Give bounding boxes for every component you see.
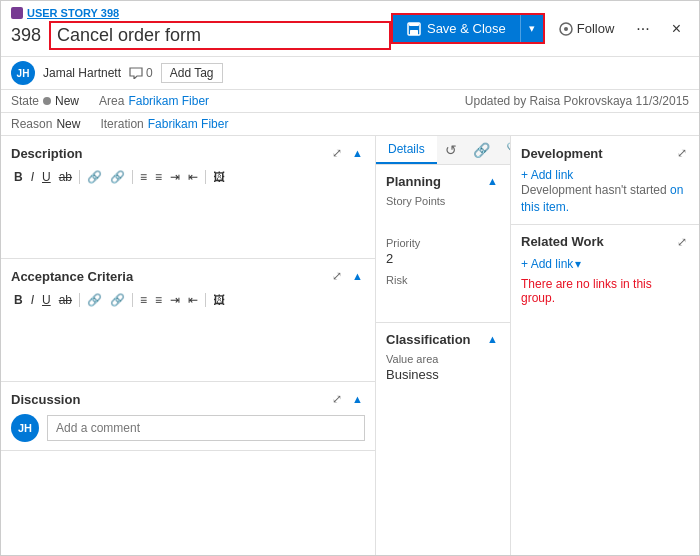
description-actions: ⤢ ▲ [330,144,365,162]
main-content: Description ⤢ ▲ B I U ab 🔗 🔗 ≡ ≡ [1,136,699,555]
comment-count: 0 [129,66,153,80]
header-actions: Save & Close ▾ Follow ··· × [391,13,689,44]
tab-attachments-button[interactable]: 📎 [498,138,511,162]
meta-row-2: Reason New Iteration Fabrikam Fiber [1,113,699,136]
meta-row: State New Area Fabrikam Fiber Updated by… [1,90,699,113]
image-button-2[interactable]: 🖼 [210,291,228,309]
save-close-group: Save & Close ▾ [391,13,545,44]
indent-button-2[interactable]: ⇥ [167,291,183,309]
development-add-link-button[interactable]: + Add link [521,168,573,182]
unlink-button-2[interactable]: 🔗 [107,291,128,309]
acceptance-collapse-button[interactable]: ▲ [350,268,365,284]
outdent-button-2[interactable]: ⇤ [185,291,201,309]
state-dot [43,97,51,105]
strikethrough-button[interactable]: ab [56,168,75,186]
acceptance-expand-button[interactable]: ⤢ [330,267,344,285]
link-button[interactable]: 🔗 [84,168,105,186]
development-title: Development [521,146,603,161]
bullet-list-button-2[interactable]: ≡ [137,291,150,309]
follow-button[interactable]: Follow [551,17,623,40]
classification-title: Classification [386,332,471,347]
tab-history-button[interactable]: ↺ [437,138,465,162]
comment-icon [129,67,143,79]
link-button-2[interactable]: 🔗 [84,291,105,309]
strikethrough-button-2[interactable]: ab [56,291,75,309]
description-editor[interactable] [11,190,365,250]
reason-field: Reason New [11,117,80,131]
description-header: Description ⤢ ▲ [11,144,365,162]
priority-value[interactable]: 2 [386,251,500,266]
iteration-value[interactable]: Fabrikam Fiber [148,117,229,131]
title-input[interactable] [49,21,391,50]
user-story-icon [11,7,23,19]
bullet-list-button[interactable]: ≡ [137,168,150,186]
left-column: Description ⤢ ▲ B I U ab 🔗 🔗 ≡ ≡ [1,136,376,555]
indent-button[interactable]: ⇥ [167,168,183,186]
related-work-expand-button[interactable]: ⤢ [675,233,689,251]
related-work-add-link-button[interactable]: + Add link ▾ [521,257,581,271]
discussion-section: Discussion ⤢ ▲ JH [1,382,375,451]
save-dropdown-button[interactable]: ▾ [520,15,543,42]
discussion-collapse-button[interactable]: ▲ [350,391,365,407]
underline-button[interactable]: U [39,168,54,186]
acceptance-editor[interactable] [11,313,365,373]
bold-button[interactable]: B [11,168,26,186]
story-points-value[interactable] [386,209,500,229]
image-button[interactable]: 🖼 [210,168,228,186]
author-name: Jamal Hartnett [43,66,121,80]
italic-button[interactable]: I [28,168,37,186]
description-collapse-button[interactable]: ▲ [350,145,365,161]
underline-button-2[interactable]: U [39,291,54,309]
planning-collapse-button[interactable]: ▲ [485,173,500,189]
close-button[interactable]: × [664,16,689,42]
numbered-list-button[interactable]: ≡ [152,168,165,186]
tab-details[interactable]: Details [376,136,437,164]
item-number: 398 [11,25,41,46]
acceptance-actions: ⤢ ▲ [330,267,365,285]
toolbar-separator-2 [132,170,133,184]
related-work-title: Related Work [521,234,604,249]
italic-button-2[interactable]: I [28,291,37,309]
area-field: Area Fabrikam Fiber [99,94,209,108]
related-work-section: Related Work ⤢ + Add link ▾ There are no… [511,225,699,313]
user-avatar: JH [11,414,39,442]
comment-input[interactable] [47,415,365,441]
middle-column: Details ↺ 🔗 📎 Planning ▲ Story Points Pr… [376,136,511,555]
acceptance-criteria-section: Acceptance Criteria ⤢ ▲ B I U ab 🔗 🔗 ≡ [1,259,375,382]
unlink-button[interactable]: 🔗 [107,168,128,186]
discussion-area: JH [11,414,365,442]
development-note: Development hasn't started onthis item. [521,182,689,216]
classification-header: Classification ▲ [386,331,500,347]
numbered-list-button-2[interactable]: ≡ [152,291,165,309]
planning-header: Planning ▲ [386,173,500,189]
outdent-button[interactable]: ⇤ [185,168,201,186]
description-expand-button[interactable]: ⤢ [330,144,344,162]
save-close-button[interactable]: Save & Close [393,15,520,42]
acceptance-header: Acceptance Criteria ⤢ ▲ [11,267,365,285]
toolbar-row: JH Jamal Hartnett 0 Add Tag [1,57,699,90]
bold-button-2[interactable]: B [11,291,26,309]
risk-value[interactable] [386,288,500,306]
follow-icon [559,22,573,36]
value-area-value[interactable]: Business [386,367,500,382]
add-tag-button[interactable]: Add Tag [161,63,223,83]
header-left: USER STORY 398 398 [11,7,391,50]
acceptance-toolbar: B I U ab 🔗 🔗 ≡ ≡ ⇥ ⇤ 🖼 [11,291,365,309]
more-options-button[interactable]: ··· [628,16,657,42]
reason-value[interactable]: New [56,117,80,131]
toolbar-separator-1 [79,170,80,184]
title-row: 398 [11,21,391,50]
area-value[interactable]: Fabrikam Fiber [128,94,209,108]
description-section: Description ⤢ ▲ B I U ab 🔗 🔗 ≡ ≡ [1,136,375,259]
related-work-note: There are no links in this group. [521,277,689,305]
classification-collapse-button[interactable]: ▲ [485,331,500,347]
work-item-type-link[interactable]: USER STORY 398 [11,7,391,19]
discussion-header: Discussion ⤢ ▲ [11,390,365,408]
svg-rect-2 [410,30,418,35]
tab-links-button[interactable]: 🔗 [465,138,498,162]
development-expand-button[interactable]: ⤢ [675,144,689,162]
discussion-expand-button[interactable]: ⤢ [330,390,344,408]
toolbar-separator-3 [205,170,206,184]
work-item-dialog: USER STORY 398 398 Save & Close ▾ [0,0,700,556]
priority-label: Priority [386,237,500,249]
